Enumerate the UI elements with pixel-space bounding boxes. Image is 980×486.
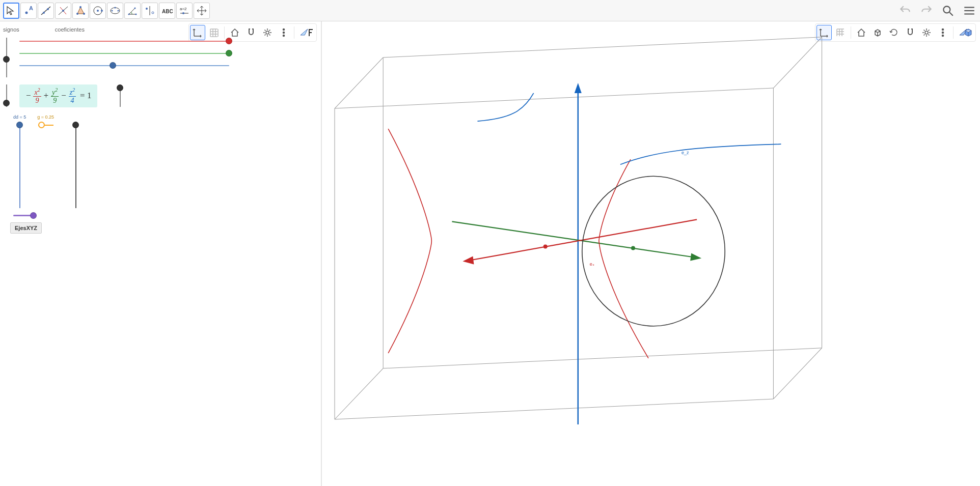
svg-point-9 xyxy=(79,6,81,8)
tool-perpendicular[interactable] xyxy=(55,3,71,19)
x-axis xyxy=(462,219,697,264)
rhs-slider[interactable] xyxy=(117,84,124,107)
svg-point-38 xyxy=(283,35,285,37)
dd-slider-label: dd = 5 xyxy=(13,115,26,120)
svg-point-18 xyxy=(128,13,130,15)
svg-point-64 xyxy=(543,244,548,248)
svg-marker-60 xyxy=(690,253,701,261)
svg-point-12 xyxy=(97,10,99,12)
tool-circle[interactable] xyxy=(90,3,106,19)
graphics-view-2d[interactable]: signos coeficientes xyxy=(0,21,322,486)
style-bar-icon[interactable] xyxy=(297,25,315,40)
svg-point-3 xyxy=(43,12,45,14)
svg-line-49 xyxy=(335,88,773,108)
sign-slider-2[interactable] xyxy=(3,84,10,107)
svg-point-0 xyxy=(25,11,28,14)
svg-point-7 xyxy=(62,10,64,12)
svg-line-62 xyxy=(470,219,697,260)
label-ex: eₓ xyxy=(590,262,594,267)
svg-point-35 xyxy=(266,31,269,34)
dd-slider[interactable] xyxy=(16,122,23,208)
svg-point-16 xyxy=(118,10,119,11)
svg-point-10 xyxy=(83,13,85,15)
svg-point-17 xyxy=(115,7,116,8)
svg-point-19 xyxy=(134,7,136,9)
tool-pan[interactable] xyxy=(194,3,210,19)
label-ez: e_z xyxy=(682,150,689,155)
ejes-button[interactable]: EjesXYZ xyxy=(10,222,42,234)
svg-point-36 xyxy=(283,29,285,31)
tool-text[interactable]: ABC xyxy=(159,3,175,19)
controls-panel: signos coeficientes xyxy=(3,26,229,234)
tool-line[interactable] xyxy=(38,3,54,19)
tool-move[interactable] xyxy=(3,3,19,19)
svg-marker-63 xyxy=(462,256,474,265)
sign-slider-1[interactable] xyxy=(3,38,10,77)
svg-point-20 xyxy=(135,13,137,15)
tool-polygon[interactable] xyxy=(72,3,89,19)
svg-point-4 xyxy=(47,8,49,10)
svg-point-27 xyxy=(182,12,184,14)
svg-line-55 xyxy=(335,399,773,419)
z-axis xyxy=(575,83,582,424)
svg-line-2 xyxy=(41,7,50,15)
svg-line-50 xyxy=(773,37,822,88)
svg-line-53 xyxy=(383,348,822,368)
hamburger-menu[interactable] xyxy=(962,3,977,18)
tool-angle[interactable] xyxy=(124,3,141,19)
svg-point-22 xyxy=(146,8,148,10)
svg-line-45 xyxy=(383,37,822,58)
coeficientes-label: coeficientes xyxy=(55,26,85,33)
purple-slider[interactable] xyxy=(13,212,34,219)
g-slider[interactable] xyxy=(38,122,53,129)
graphics-view-3d[interactable]: eₓ e_z xyxy=(322,21,980,486)
svg-point-15 xyxy=(112,10,113,11)
svg-line-29 xyxy=(949,12,953,16)
tool-reflect[interactable] xyxy=(142,3,158,19)
svg-point-13 xyxy=(101,10,103,12)
more-icon[interactable] xyxy=(276,25,291,40)
coef-slider-red[interactable] xyxy=(19,38,229,45)
svg-marker-58 xyxy=(575,83,582,93)
black-v-slider[interactable] xyxy=(72,122,79,208)
snap-icon[interactable] xyxy=(243,25,259,40)
svg-text:a=2: a=2 xyxy=(180,7,187,11)
gear-icon[interactable] xyxy=(260,25,275,40)
redo-button[interactable] xyxy=(919,3,934,18)
equation-display: − x2 9 + y2 9 − z2 4 = 1 xyxy=(19,84,97,107)
g-slider-label: g = 0.25 xyxy=(37,115,54,120)
svg-point-8 xyxy=(76,13,78,15)
scene-3d[interactable]: eₓ e_z xyxy=(322,21,980,486)
undo-button[interactable] xyxy=(897,3,913,18)
tool-conic[interactable] xyxy=(107,3,123,19)
surface-trace-blue xyxy=(477,93,781,164)
svg-text:A: A xyxy=(29,5,33,11)
coef-slider-green[interactable] xyxy=(19,50,229,57)
tool-slider[interactable]: a=2 xyxy=(176,3,193,19)
svg-line-48 xyxy=(335,58,383,108)
svg-text:ABC: ABC xyxy=(162,9,173,14)
main-toolbar: A ABC a=2 xyxy=(0,0,980,21)
tool-point[interactable]: A xyxy=(20,3,37,19)
svg-point-28 xyxy=(943,6,950,13)
signos-label: signos xyxy=(3,26,19,33)
svg-line-56 xyxy=(773,348,822,399)
search-button[interactable] xyxy=(940,3,956,18)
svg-point-23 xyxy=(152,12,154,14)
svg-point-37 xyxy=(283,32,285,34)
coef-slider-blue[interactable] xyxy=(19,62,229,69)
svg-line-54 xyxy=(335,368,383,419)
surface-trace-red xyxy=(388,129,648,358)
svg-point-61 xyxy=(631,246,635,250)
